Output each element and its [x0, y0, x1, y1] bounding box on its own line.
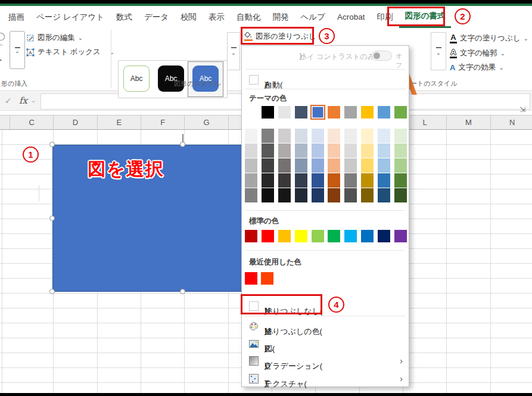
color-variant-swatch[interactable] — [295, 158, 307, 173]
color-variant-swatch[interactable] — [312, 158, 324, 173]
shape-handle-bottom-left[interactable] — [49, 289, 55, 294]
color-variant-swatch[interactable] — [344, 129, 357, 143]
color-variant-swatch[interactable] — [295, 188, 307, 202]
dialog-launcher-icon[interactable]: ⇲ — [519, 105, 525, 114]
color-swatch[interactable] — [328, 106, 340, 119]
enter-check-icon[interactable]: ✓ — [5, 96, 12, 105]
color-variant-swatch[interactable] — [278, 158, 291, 173]
color-variant-swatch[interactable] — [245, 188, 257, 202]
column-header[interactable]: G — [185, 116, 228, 130]
chevron-down-icon[interactable]: ⌄ — [31, 97, 36, 104]
color-variant-swatch[interactable] — [262, 144, 274, 158]
color-variant-swatch[interactable] — [361, 188, 374, 202]
color-swatch[interactable] — [312, 106, 324, 119]
no-fill-item[interactable]: 塗りつぶしなし(N) — [242, 299, 410, 313]
shape-handle-middle-left[interactable] — [49, 216, 55, 221]
color-variant-swatch[interactable] — [361, 173, 374, 188]
column-header[interactable] — [0, 116, 10, 130]
color-swatch[interactable] — [378, 230, 390, 242]
color-variant-swatch[interactable] — [344, 158, 357, 173]
wordart-more-button[interactable]: ⌄ — [431, 32, 446, 70]
color-swatch[interactable] — [394, 230, 407, 242]
color-variant-swatch[interactable] — [394, 173, 407, 188]
color-variant-swatch[interactable] — [378, 129, 390, 143]
menu-tab[interactable]: 校閲 — [175, 6, 203, 28]
color-variant-swatch[interactable] — [344, 144, 357, 158]
shape-handle-top-middle[interactable] — [180, 142, 185, 147]
shape-handle-bottom-middle[interactable] — [180, 289, 185, 294]
menu-tab[interactable]: 数式 — [110, 6, 138, 28]
column-header[interactable]: N — [491, 116, 532, 130]
color-swatch[interactable] — [361, 230, 374, 242]
color-variant-swatch[interactable] — [361, 144, 374, 158]
color-swatch[interactable] — [295, 106, 307, 119]
color-variant-swatch[interactable] — [278, 188, 291, 202]
menu-tab[interactable]: 開発 — [267, 6, 295, 28]
more-fill-colors-item[interactable]: 塗りつぶしの色(M)... — [242, 319, 410, 333]
color-variant-swatch[interactable] — [295, 144, 307, 158]
color-variant-swatch[interactable] — [328, 188, 340, 202]
shape-fill-button[interactable]: 図形の塗りつぶし ⌄ — [244, 32, 324, 42]
color-swatch[interactable] — [295, 230, 307, 242]
color-variant-swatch[interactable] — [378, 144, 390, 158]
color-variant-swatch[interactable] — [262, 129, 274, 143]
column-header[interactable]: E — [98, 116, 141, 130]
menu-tab[interactable]: ヘルプ — [295, 6, 331, 28]
selected-shape[interactable]: 図を選択 — [52, 145, 244, 292]
menu-tab[interactable]: 印刷 — [371, 6, 399, 28]
text-fill-button[interactable]: A 文字の塗りつぶし ⌄ — [450, 33, 528, 43]
color-swatch[interactable] — [344, 230, 357, 242]
color-swatch[interactable] — [278, 106, 291, 119]
color-swatch[interactable] — [378, 106, 390, 119]
color-variant-swatch[interactable] — [245, 158, 257, 173]
shape-style-option-outline[interactable]: Abc — [123, 66, 150, 92]
menu-tab[interactable]: 表示 — [203, 6, 231, 28]
color-swatch[interactable] — [245, 272, 257, 285]
color-variant-swatch[interactable] — [394, 144, 407, 158]
menu-tab[interactable]: 自動化 — [231, 6, 267, 28]
color-variant-swatch[interactable] — [278, 144, 291, 158]
color-variant-swatch[interactable] — [328, 158, 340, 173]
color-variant-swatch[interactable] — [245, 144, 257, 158]
color-variant-swatch[interactable] — [378, 173, 390, 188]
color-variant-swatch[interactable] — [328, 173, 340, 188]
color-variant-swatch[interactable] — [295, 173, 307, 188]
menu-tab[interactable]: データ — [138, 6, 175, 28]
shape-oval-icon[interactable]: ◯ — [0, 32, 5, 40]
color-variant-swatch[interactable] — [278, 173, 291, 188]
shapes-gallery-more-button[interactable]: ⌄ — [10, 31, 25, 69]
color-swatch[interactable] — [361, 106, 374, 119]
color-swatch[interactable] — [328, 230, 340, 242]
color-variant-swatch[interactable] — [245, 173, 257, 188]
color-variant-swatch[interactable] — [278, 129, 291, 143]
shape-styles-more-button[interactable]: ⌄ — [227, 32, 240, 70]
color-variant-swatch[interactable] — [262, 158, 274, 173]
shape-curve-icon[interactable]: ⌒ — [0, 43, 4, 54]
auto-color-item[interactable]: 自動(A) — [242, 73, 410, 87]
color-swatch[interactable] — [344, 106, 357, 119]
color-variant-swatch[interactable] — [245, 129, 257, 143]
color-swatch[interactable] — [312, 230, 324, 242]
shape-arrow-icon[interactable]: ➤ — [0, 55, 2, 64]
fx-icon[interactable]: fx — [19, 95, 27, 106]
column-header[interactable]: M — [447, 116, 490, 130]
column-header[interactable]: F — [141, 116, 185, 130]
color-variant-swatch[interactable] — [312, 188, 324, 202]
color-variant-swatch[interactable] — [344, 173, 357, 188]
menu-tab[interactable]: 描画 — [2, 6, 30, 28]
color-variant-swatch[interactable] — [344, 188, 357, 202]
color-variant-swatch[interactable] — [312, 129, 324, 143]
menu-tab[interactable]: Acrobat — [331, 6, 371, 28]
color-variant-swatch[interactable] — [295, 129, 307, 143]
column-header[interactable]: D — [54, 116, 97, 130]
text-box-button[interactable]: A テキスト ボックス ⌄ — [26, 47, 114, 57]
menu-tab[interactable]: ページ レイアウト — [30, 6, 110, 28]
picture-fill-item[interactable]: 図(P)... — [242, 336, 410, 351]
color-variant-swatch[interactable] — [394, 158, 407, 173]
column-header[interactable]: C — [10, 116, 54, 130]
text-outline-button[interactable]: A 文字の輪郭 ⌄ — [450, 48, 505, 58]
color-swatch[interactable] — [262, 106, 274, 119]
texture-fill-item[interactable]: テクスチャ(T) › — [242, 372, 410, 386]
column-header[interactable]: L — [403, 116, 447, 130]
edit-shape-button[interactable]: 図形の編集 ⌄ — [26, 33, 83, 43]
